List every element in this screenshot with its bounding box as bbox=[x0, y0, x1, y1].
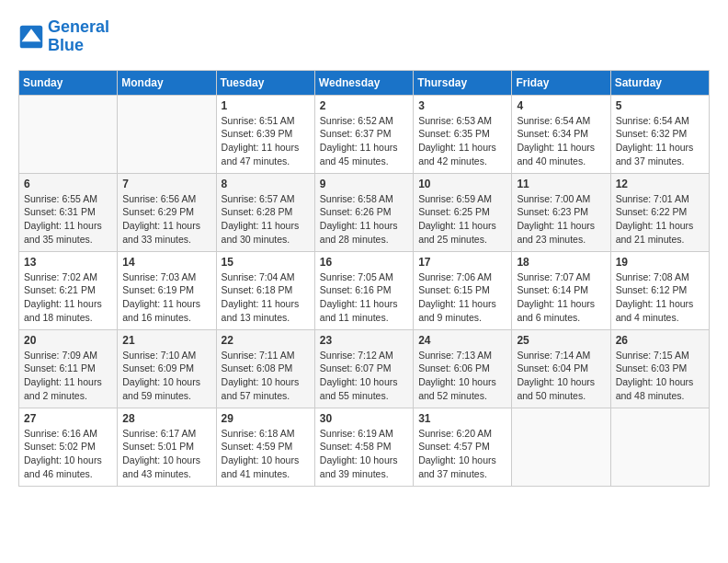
logo-icon bbox=[18, 24, 44, 50]
calendar-cell: 20Sunrise: 7:09 AM Sunset: 6:11 PM Dayli… bbox=[19, 329, 118, 408]
week-row-5: 27Sunrise: 6:16 AM Sunset: 5:02 PM Dayli… bbox=[19, 408, 710, 486]
day-number: 17 bbox=[418, 256, 506, 269]
day-info: Sunrise: 7:14 AM Sunset: 6:04 PM Dayligh… bbox=[517, 349, 605, 403]
day-number: 16 bbox=[320, 256, 408, 269]
day-info: Sunrise: 6:53 AM Sunset: 6:35 PM Dayligh… bbox=[418, 114, 506, 168]
day-info: Sunrise: 6:55 AM Sunset: 6:31 PM Dayligh… bbox=[24, 192, 112, 247]
week-row-2: 6Sunrise: 6:55 AM Sunset: 6:31 PM Daylig… bbox=[19, 173, 710, 251]
week-row-1: 1Sunrise: 6:51 AM Sunset: 6:39 PM Daylig… bbox=[19, 95, 710, 173]
day-info: Sunrise: 7:03 AM Sunset: 6:19 PM Dayligh… bbox=[122, 270, 210, 325]
day-info: Sunrise: 7:06 AM Sunset: 6:15 PM Dayligh… bbox=[418, 270, 506, 325]
day-info: Sunrise: 7:12 AM Sunset: 6:07 PM Dayligh… bbox=[320, 349, 408, 403]
day-number: 5 bbox=[616, 99, 704, 112]
logo-text: General Blue bbox=[48, 18, 109, 55]
day-info: Sunrise: 7:01 AM Sunset: 6:22 PM Dayligh… bbox=[616, 192, 704, 247]
day-info: Sunrise: 6:19 AM Sunset: 4:58 PM Dayligh… bbox=[320, 427, 408, 481]
calendar-cell: 7Sunrise: 6:56 AM Sunset: 6:29 PM Daylig… bbox=[118, 173, 216, 251]
day-number: 29 bbox=[222, 412, 310, 425]
week-row-3: 13Sunrise: 7:02 AM Sunset: 6:21 PM Dayli… bbox=[19, 251, 710, 329]
calendar-cell: 12Sunrise: 7:01 AM Sunset: 6:22 PM Dayli… bbox=[610, 173, 709, 251]
day-info: Sunrise: 6:59 AM Sunset: 6:25 PM Dayligh… bbox=[418, 192, 506, 247]
day-number: 26 bbox=[616, 334, 704, 347]
calendar-cell: 17Sunrise: 7:06 AM Sunset: 6:15 PM Dayli… bbox=[414, 251, 512, 329]
day-info: Sunrise: 7:07 AM Sunset: 6:14 PM Dayligh… bbox=[517, 270, 605, 325]
calendar-cell: 26Sunrise: 7:15 AM Sunset: 6:03 PM Dayli… bbox=[610, 329, 709, 408]
calendar-cell: 2Sunrise: 6:52 AM Sunset: 6:37 PM Daylig… bbox=[314, 95, 413, 173]
day-info: Sunrise: 6:17 AM Sunset: 5:01 PM Dayligh… bbox=[122, 427, 210, 481]
day-info: Sunrise: 7:13 AM Sunset: 6:06 PM Dayligh… bbox=[418, 349, 506, 403]
calendar-cell: 18Sunrise: 7:07 AM Sunset: 6:14 PM Dayli… bbox=[512, 251, 610, 329]
day-number: 20 bbox=[24, 334, 112, 347]
calendar-cell: 19Sunrise: 7:08 AM Sunset: 6:12 PM Dayli… bbox=[610, 251, 709, 329]
calendar-cell: 24Sunrise: 7:13 AM Sunset: 6:06 PM Dayli… bbox=[414, 329, 512, 408]
day-info: Sunrise: 7:02 AM Sunset: 6:21 PM Dayligh… bbox=[24, 270, 112, 325]
calendar-cell: 4Sunrise: 6:54 AM Sunset: 6:34 PM Daylig… bbox=[512, 95, 610, 173]
day-info: Sunrise: 7:11 AM Sunset: 6:08 PM Dayligh… bbox=[222, 349, 310, 403]
day-number: 19 bbox=[616, 256, 704, 269]
day-number: 1 bbox=[222, 99, 310, 112]
day-number: 2 bbox=[320, 99, 408, 112]
day-info: Sunrise: 7:10 AM Sunset: 6:09 PM Dayligh… bbox=[122, 349, 210, 403]
day-number: 21 bbox=[122, 334, 210, 347]
day-number: 10 bbox=[418, 178, 506, 190]
calendar-cell: 22Sunrise: 7:11 AM Sunset: 6:08 PM Dayli… bbox=[216, 329, 314, 408]
day-number: 4 bbox=[517, 99, 605, 112]
page-header: General Blue bbox=[18, 18, 710, 55]
calendar-cell: 29Sunrise: 6:18 AM Sunset: 4:59 PM Dayli… bbox=[216, 408, 314, 486]
day-number: 30 bbox=[320, 412, 408, 425]
calendar-cell: 3Sunrise: 6:53 AM Sunset: 6:35 PM Daylig… bbox=[414, 95, 512, 173]
weekday-header-tuesday: Tuesday bbox=[216, 70, 314, 95]
calendar-cell bbox=[512, 408, 610, 486]
calendar-cell: 10Sunrise: 6:59 AM Sunset: 6:25 PM Dayli… bbox=[414, 173, 512, 251]
calendar-cell: 25Sunrise: 7:14 AM Sunset: 6:04 PM Dayli… bbox=[512, 329, 610, 408]
calendar-cell: 15Sunrise: 7:04 AM Sunset: 6:18 PM Dayli… bbox=[216, 251, 314, 329]
calendar-cell: 8Sunrise: 6:57 AM Sunset: 6:28 PM Daylig… bbox=[216, 173, 314, 251]
day-info: Sunrise: 6:52 AM Sunset: 6:37 PM Dayligh… bbox=[320, 114, 408, 168]
day-info: Sunrise: 6:56 AM Sunset: 6:29 PM Dayligh… bbox=[122, 192, 210, 247]
day-info: Sunrise: 7:05 AM Sunset: 6:16 PM Dayligh… bbox=[320, 270, 408, 325]
calendar-cell: 9Sunrise: 6:58 AM Sunset: 6:26 PM Daylig… bbox=[314, 173, 413, 251]
day-info: Sunrise: 6:58 AM Sunset: 6:26 PM Dayligh… bbox=[320, 192, 408, 247]
day-number: 25 bbox=[517, 334, 605, 347]
day-number: 14 bbox=[122, 256, 210, 269]
calendar-cell: 27Sunrise: 6:16 AM Sunset: 5:02 PM Dayli… bbox=[19, 408, 118, 486]
day-info: Sunrise: 7:08 AM Sunset: 6:12 PM Dayligh… bbox=[616, 270, 704, 325]
calendar-cell bbox=[610, 408, 709, 486]
calendar-cell: 30Sunrise: 6:19 AM Sunset: 4:58 PM Dayli… bbox=[314, 408, 413, 486]
calendar-cell: 1Sunrise: 6:51 AM Sunset: 6:39 PM Daylig… bbox=[216, 95, 314, 173]
weekday-header-sunday: Sunday bbox=[19, 70, 118, 95]
day-number: 15 bbox=[222, 256, 310, 269]
day-number: 24 bbox=[418, 334, 506, 347]
day-number: 27 bbox=[24, 412, 112, 425]
day-number: 23 bbox=[320, 334, 408, 347]
week-row-4: 20Sunrise: 7:09 AM Sunset: 6:11 PM Dayli… bbox=[19, 329, 710, 408]
day-number: 6 bbox=[24, 178, 112, 190]
day-info: Sunrise: 6:57 AM Sunset: 6:28 PM Dayligh… bbox=[222, 192, 310, 247]
day-number: 18 bbox=[517, 256, 605, 269]
day-number: 12 bbox=[616, 178, 704, 190]
day-info: Sunrise: 6:54 AM Sunset: 6:32 PM Dayligh… bbox=[616, 114, 704, 168]
calendar-cell: 21Sunrise: 7:10 AM Sunset: 6:09 PM Dayli… bbox=[118, 329, 216, 408]
calendar-cell bbox=[118, 95, 216, 173]
logo: General Blue bbox=[18, 18, 109, 55]
day-number: 11 bbox=[517, 178, 605, 190]
calendar-cell: 31Sunrise: 6:20 AM Sunset: 4:57 PM Dayli… bbox=[414, 408, 512, 486]
calendar-cell: 13Sunrise: 7:02 AM Sunset: 6:21 PM Dayli… bbox=[19, 251, 118, 329]
day-number: 13 bbox=[24, 256, 112, 269]
day-number: 7 bbox=[122, 178, 210, 190]
day-number: 28 bbox=[122, 412, 210, 425]
weekday-header-thursday: Thursday bbox=[414, 70, 512, 95]
calendar-cell: 23Sunrise: 7:12 AM Sunset: 6:07 PM Dayli… bbox=[314, 329, 413, 408]
calendar-cell: 6Sunrise: 6:55 AM Sunset: 6:31 PM Daylig… bbox=[19, 173, 118, 251]
day-number: 31 bbox=[418, 412, 506, 425]
day-info: Sunrise: 6:51 AM Sunset: 6:39 PM Dayligh… bbox=[222, 114, 310, 168]
weekday-header-friday: Friday bbox=[512, 70, 610, 95]
day-number: 8 bbox=[222, 178, 310, 190]
day-info: Sunrise: 7:04 AM Sunset: 6:18 PM Dayligh… bbox=[222, 270, 310, 325]
day-number: 22 bbox=[222, 334, 310, 347]
weekday-header-saturday: Saturday bbox=[610, 70, 709, 95]
day-number: 9 bbox=[320, 178, 408, 190]
calendar-cell: 14Sunrise: 7:03 AM Sunset: 6:19 PM Dayli… bbox=[118, 251, 216, 329]
day-info: Sunrise: 7:09 AM Sunset: 6:11 PM Dayligh… bbox=[24, 349, 112, 403]
day-number: 3 bbox=[418, 99, 506, 112]
